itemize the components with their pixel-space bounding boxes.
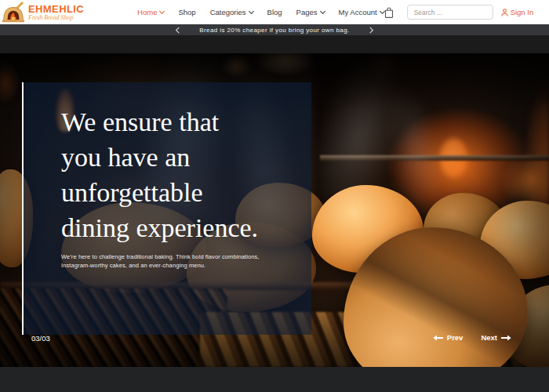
nav-categories-label: Categories <box>210 8 246 16</box>
chevron-down-icon <box>319 9 325 14</box>
chevron-left-icon <box>175 27 180 34</box>
user-icon <box>501 9 508 16</box>
hero-caption-panel: We ensure that you have an unforgettable… <box>22 82 311 335</box>
page-bottom-strip <box>0 367 549 392</box>
sign-in-button[interactable]: Sign In <box>501 8 534 16</box>
hero-heading: We ensure that you have an unforgettable… <box>61 104 259 245</box>
oven-logo-icon <box>2 1 25 24</box>
sign-in-label: Sign In <box>511 8 534 16</box>
main-nav: Home Shop Categories Blog Pages My Accou… <box>137 8 384 16</box>
announcement-prev-button[interactable] <box>173 27 182 34</box>
logo-title: EHMEHLIC <box>28 4 84 14</box>
nav-pages-label: Pages <box>296 8 318 16</box>
header-actions: Sign In <box>384 5 534 20</box>
slide-indicator: 03/03 <box>31 334 50 343</box>
nav-home-label: Home <box>137 8 157 16</box>
cart-button[interactable] <box>384 7 394 18</box>
header-hero-divider <box>0 35 549 53</box>
prev-slide-button[interactable]: Prev <box>433 333 464 342</box>
arrow-right-icon <box>501 335 511 341</box>
search-input[interactable] <box>407 5 493 20</box>
logo-tagline: Fresh Bread Shop <box>28 15 84 21</box>
next-label: Next <box>481 333 497 342</box>
hero-slider: We ensure that you have an unforgettable… <box>0 53 549 367</box>
nav-item-shop[interactable]: Shop <box>178 8 195 16</box>
nav-my-account-label: My Account <box>339 8 377 16</box>
shopping-bag-icon <box>384 7 394 18</box>
chevron-down-icon <box>159 9 165 14</box>
nav-item-categories[interactable]: Categories <box>210 8 253 16</box>
announcement-text: Bread is 20% cheaper if you bring your o… <box>199 27 349 34</box>
prev-label: Prev <box>447 333 464 342</box>
chevron-down-icon <box>249 9 254 14</box>
nav-item-pages[interactable]: Pages <box>296 8 325 16</box>
chevron-right-icon <box>369 27 374 34</box>
announcement-bar: Bread is 20% cheaper if you bring your o… <box>0 24 549 35</box>
nav-blog-label: Blog <box>267 8 282 16</box>
hero-subtext: We're here to challenge traditional baki… <box>61 252 274 270</box>
announcement-next-button[interactable] <box>367 27 376 34</box>
nav-shop-label: Shop <box>178 8 195 16</box>
logo[interactable]: EHMEHLIC Fresh Bread Shop <box>2 1 84 24</box>
arrow-left-icon <box>433 335 443 341</box>
nav-item-my-account[interactable]: My Account <box>339 8 384 16</box>
nav-item-home[interactable]: Home <box>137 8 164 16</box>
next-slide-button[interactable]: Next <box>481 333 511 342</box>
nav-item-blog[interactable]: Blog <box>267 8 282 16</box>
slider-navigation: Prev Next <box>433 333 511 342</box>
site-header: EHMEHLIC Fresh Bread Shop Home Shop Cate… <box>0 0 549 24</box>
